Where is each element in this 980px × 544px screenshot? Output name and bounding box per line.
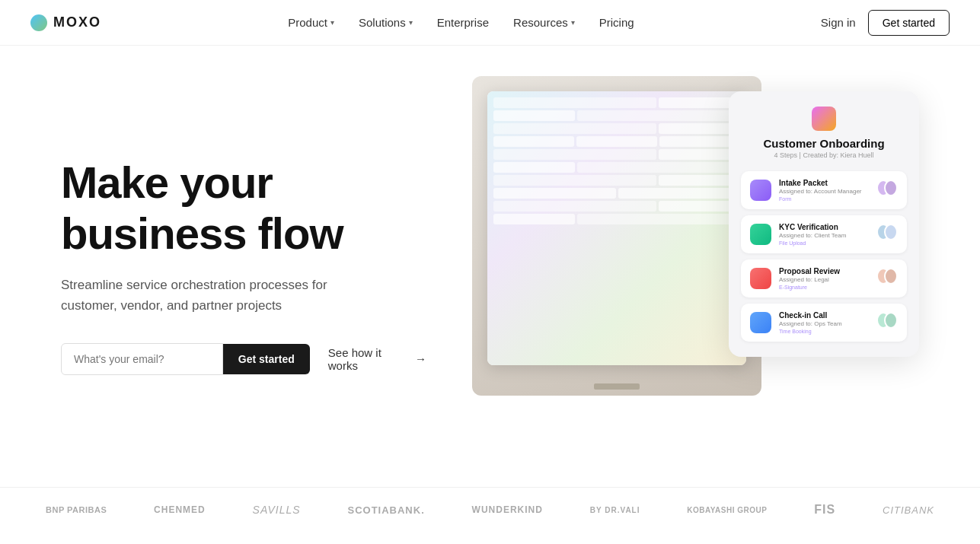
card-item-assigned: Assigned to: Ops Team — [779, 320, 869, 327]
nav-product-label: Product — [288, 16, 327, 29]
logo-item: BNP PARIBAS — [46, 505, 107, 514]
avatar — [884, 180, 898, 196]
card-item-type: E-Signature — [779, 285, 869, 290]
card-top-icon — [812, 107, 836, 131]
card-item-assigned: Assigned to: Client Team — [779, 232, 869, 239]
logo-item: Wunderkind — [472, 504, 543, 515]
logos-strip: BNP PARIBASChenMedsavillsScotiabank.Wund… — [0, 487, 980, 532]
card-item-title: Proposal Review — [779, 267, 869, 275]
card-item: Proposal Review Assigned to: Legal E-Sig… — [741, 259, 907, 297]
avatar-group — [876, 224, 898, 245]
arrow-right-icon: → — [415, 352, 426, 365]
avatar-group — [876, 180, 898, 201]
hero-form: Get started See how it works → — [61, 343, 426, 375]
logo-item: savills — [253, 504, 301, 516]
nav-resources-label: Resources — [513, 16, 568, 29]
logo-item: ChenMed — [154, 504, 206, 515]
card-item-type: Form — [779, 196, 869, 202]
card-item-title: KYC Verification — [779, 223, 869, 231]
logo-text: MOXO — [53, 14, 101, 30]
chevron-down-icon: ▾ — [409, 18, 413, 27]
hero-subtitle: Streamline service orchestration process… — [61, 275, 350, 316]
hero-visual: Customer Onboarding 4 Steps | Created by… — [426, 76, 919, 457]
nav-resources[interactable]: Resources ▾ — [513, 16, 575, 29]
card-item: KYC Verification Assigned to: Client Tea… — [741, 215, 907, 253]
card-item-icon — [750, 268, 771, 289]
card-item-icon — [750, 312, 771, 333]
monitor-stand — [594, 383, 640, 390]
nav-links: Product ▾ Solutions ▾ Enterprise Resourc… — [288, 16, 634, 29]
card-item-assigned: Assigned to: Account Manager — [779, 188, 869, 195]
email-input[interactable] — [61, 343, 223, 375]
card-item-icon — [750, 180, 771, 201]
card-item-assigned: Assigned to: Legal — [779, 276, 869, 283]
nav-solutions[interactable]: Solutions ▾ — [359, 16, 413, 29]
nav-actions: Sign in Get started — [821, 10, 950, 36]
nav-pricing[interactable]: Pricing — [599, 16, 634, 29]
navbar: MOXO Product ▾ Solutions ▾ Enterprise Re… — [0, 0, 980, 46]
hero-title: Make your business flow — [61, 157, 426, 259]
logo[interactable]: MOXO — [30, 14, 101, 31]
nav-enterprise[interactable]: Enterprise — [437, 16, 489, 29]
card-item-type: Time Booking — [779, 329, 869, 334]
card-item-title: Check-in Call — [779, 311, 869, 320]
sign-in-button[interactable]: Sign in — [821, 16, 856, 29]
card-item-type: File Upload — [779, 240, 869, 246]
card-subtitle: 4 Steps | Created by: Kiera Huell — [774, 151, 874, 159]
card-item-info: Check-in Call Assigned to: Ops Team Time… — [779, 311, 869, 334]
chevron-down-icon: ▾ — [571, 18, 575, 27]
card-header: Customer Onboarding 4 Steps | Created by… — [741, 107, 907, 159]
get-started-nav-button[interactable]: Get started — [868, 10, 950, 36]
nav-pricing-label: Pricing — [599, 16, 634, 29]
avatar — [884, 312, 898, 329]
avatar — [884, 224, 898, 240]
logo-item: BY DR.VALI — [590, 506, 640, 514]
get-started-hero-button[interactable]: Get started — [223, 344, 310, 374]
onboarding-card: Customer Onboarding 4 Steps | Created by… — [729, 91, 919, 357]
logo-item: FIS — [814, 503, 835, 517]
hero-section: Make your business flow Streamline servi… — [0, 46, 980, 487]
logo-item: Scotiabank. — [347, 504, 424, 516]
avatar-group — [876, 312, 898, 333]
screen-ui — [487, 91, 746, 365]
card-item-info: KYC Verification Assigned to: Client Tea… — [779, 223, 869, 246]
card-item: Intake Packet Assigned to: Account Manag… — [741, 171, 907, 209]
avatar — [884, 268, 898, 285]
card-item-info: Intake Packet Assigned to: Account Manag… — [779, 179, 869, 202]
logo-icon — [30, 14, 47, 31]
card-item-title: Intake Packet — [779, 179, 869, 187]
card-items-list: Intake Packet Assigned to: Account Manag… — [741, 171, 907, 342]
card-item: Check-in Call Assigned to: Ops Team Time… — [741, 304, 907, 342]
hero-content: Make your business flow Streamline servi… — [61, 157, 426, 375]
logo-item: KOBAYASHI GROUP — [687, 506, 767, 514]
card-item-icon — [750, 224, 771, 245]
logo-item: citibank — [883, 504, 934, 516]
avatar-group — [876, 268, 898, 289]
monitor-mockup — [472, 76, 761, 396]
monitor-screen — [487, 91, 746, 365]
chevron-down-icon: ▾ — [330, 18, 334, 27]
see-how-link[interactable]: See how it works → — [328, 346, 426, 372]
nav-enterprise-label: Enterprise — [437, 16, 489, 29]
nav-product[interactable]: Product ▾ — [288, 16, 334, 29]
card-title: Customer Onboarding — [763, 137, 884, 150]
card-item-info: Proposal Review Assigned to: Legal E-Sig… — [779, 267, 869, 290]
nav-solutions-label: Solutions — [359, 16, 406, 29]
